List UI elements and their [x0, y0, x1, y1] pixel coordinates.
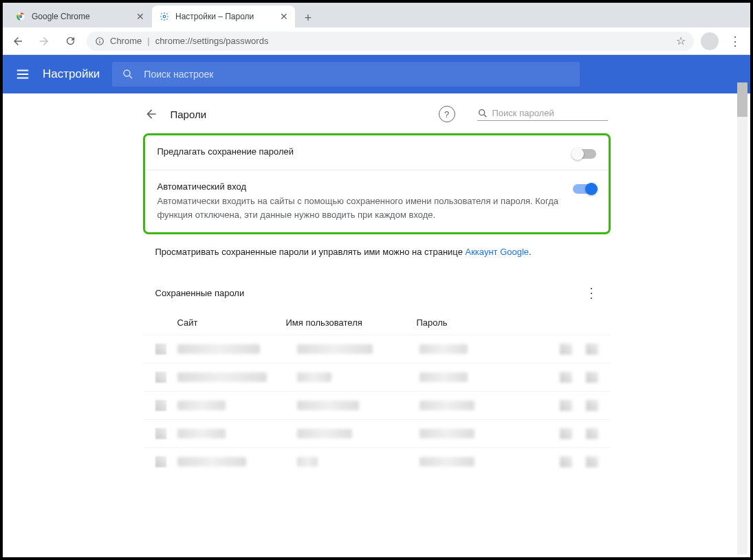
scroll-thumb[interactable]	[737, 82, 747, 117]
tab-label: Google Chrome	[32, 12, 90, 21]
svg-point-8	[124, 70, 130, 76]
toolbar: Chrome | chrome://settings/passwords ☆ ⋮	[3, 27, 750, 55]
search-icon	[477, 108, 488, 119]
show-icon[interactable]	[560, 372, 572, 383]
auto-signin-toggle[interactable]	[573, 184, 596, 194]
address-bar[interactable]: Chrome | chrome://settings/passwords ☆	[87, 32, 694, 51]
google-account-link[interactable]: Аккаунт Google	[466, 247, 530, 257]
omnibox-site: Chrome	[110, 36, 142, 46]
settings-gear-icon	[159, 11, 170, 22]
svg-line-11	[484, 115, 486, 117]
user-cell	[297, 457, 318, 467]
svg-rect-7	[99, 41, 100, 43]
info-period: .	[529, 247, 532, 257]
highlighted-toggles: Предлагать сохранение паролей Автоматиче…	[143, 133, 611, 234]
show-icon[interactable]	[560, 456, 572, 467]
password-row[interactable]	[143, 335, 611, 363]
offer-save-passwords-row: Предлагать сохранение паролей	[145, 135, 609, 170]
close-tab-icon[interactable]: ✕	[136, 11, 144, 22]
hamburger-icon[interactable]	[15, 67, 30, 82]
col-pass-header: Пароль	[417, 317, 598, 328]
toggle-label: Автоматический вход	[157, 181, 562, 192]
browser-menu-icon[interactable]: ⋮	[725, 32, 745, 51]
site-cell	[177, 372, 267, 382]
main-content: Пароли ? Поиск паролей Предлагать сохран…	[3, 93, 750, 475]
omnibox-divider: |	[147, 36, 149, 46]
row-menu-icon[interactable]	[586, 428, 598, 439]
tab-label: Настройки – Пароли	[175, 12, 254, 21]
user-cell	[297, 372, 331, 382]
svg-point-6	[99, 38, 100, 39]
site-info-icon[interactable]	[95, 36, 105, 46]
favicon	[155, 372, 166, 383]
col-user-header: Имя пользователя	[286, 317, 417, 328]
tab-settings-passwords[interactable]: Настройки – Пароли ✕	[152, 5, 295, 27]
favicon	[155, 456, 166, 467]
password-search[interactable]: Поиск паролей	[477, 108, 608, 121]
table-header: Сайт Имя пользователя Пароль	[143, 311, 611, 335]
site-cell	[177, 429, 226, 438]
col-site-header: Сайт	[155, 317, 286, 328]
info-text: Просматривать сохраненные пароли и управ…	[155, 247, 466, 257]
more-vert-icon[interactable]: ⋮	[585, 284, 598, 301]
show-icon[interactable]	[560, 428, 572, 439]
user-cell	[297, 344, 373, 354]
passwords-card: Пароли ? Поиск паролей Предлагать сохран…	[143, 99, 611, 475]
pass-cell	[419, 429, 474, 438]
close-tab-icon[interactable]: ✕	[280, 11, 288, 22]
row-menu-icon[interactable]	[586, 344, 598, 355]
site-cell	[177, 457, 246, 467]
row-menu-icon[interactable]	[586, 372, 598, 383]
pass-cell	[419, 401, 474, 410]
search-icon	[122, 68, 134, 80]
pass-cell	[419, 344, 468, 354]
show-icon[interactable]	[560, 344, 572, 355]
pass-cell	[419, 457, 474, 467]
svg-line-9	[130, 76, 133, 78]
password-row[interactable]	[143, 391, 611, 419]
pass-cell	[419, 372, 468, 382]
settings-search[interactable]: Поиск настроек	[112, 62, 580, 87]
saved-passwords-header: Сохраненные пароли ⋮	[143, 269, 611, 311]
reload-button[interactable]	[61, 32, 80, 51]
manage-passwords-info: Просматривать сохраненные пароли и управ…	[143, 234, 611, 269]
user-cell	[297, 429, 352, 438]
new-tab-button[interactable]: +	[298, 8, 318, 27]
password-row[interactable]	[143, 363, 611, 391]
password-row[interactable]	[143, 419, 611, 447]
help-icon[interactable]: ?	[439, 106, 455, 122]
forward-button[interactable]	[34, 32, 54, 51]
svg-point-10	[479, 109, 484, 115]
auto-signin-row: Автоматический вход Автоматически входит…	[145, 170, 609, 232]
row-menu-icon[interactable]	[586, 400, 598, 411]
settings-title: Настройки	[43, 67, 100, 81]
chrome-icon	[15, 11, 26, 22]
back-button[interactable]	[8, 32, 28, 51]
search-placeholder: Поиск паролей	[492, 108, 554, 118]
tab-google-chrome[interactable]: Google Chrome ✕	[8, 5, 151, 27]
profile-avatar[interactable]	[701, 32, 719, 50]
user-cell	[297, 401, 359, 410]
saved-passwords-label: Сохраненные пароли	[155, 288, 245, 298]
svg-point-4	[163, 15, 166, 18]
settings-header: Настройки Поиск настроек	[3, 55, 750, 93]
row-menu-icon[interactable]	[586, 456, 598, 467]
password-row[interactable]	[143, 447, 611, 475]
search-placeholder: Поиск настроек	[144, 69, 213, 80]
page-title: Пароли	[171, 109, 207, 120]
offer-save-toggle[interactable]	[573, 149, 596, 159]
site-cell	[177, 344, 260, 354]
site-cell	[177, 401, 226, 410]
toggle-label: Предлагать сохранение паролей	[157, 146, 562, 157]
omnibox-url: chrome://settings/passwords	[155, 36, 269, 46]
favicon	[155, 400, 166, 411]
toggle-description: Автоматически входить на сайты с помощью…	[157, 194, 562, 221]
bookmark-star-icon[interactable]: ☆	[676, 34, 686, 47]
favicon	[155, 428, 166, 439]
tab-bar: Google Chrome ✕ Настройки – Пароли ✕ +	[3, 3, 750, 27]
card-header: Пароли ? Поиск паролей	[143, 99, 611, 133]
show-icon[interactable]	[560, 400, 572, 411]
back-arrow-icon[interactable]	[143, 107, 158, 121]
favicon	[155, 344, 166, 355]
scrollbar[interactable]	[737, 82, 747, 555]
